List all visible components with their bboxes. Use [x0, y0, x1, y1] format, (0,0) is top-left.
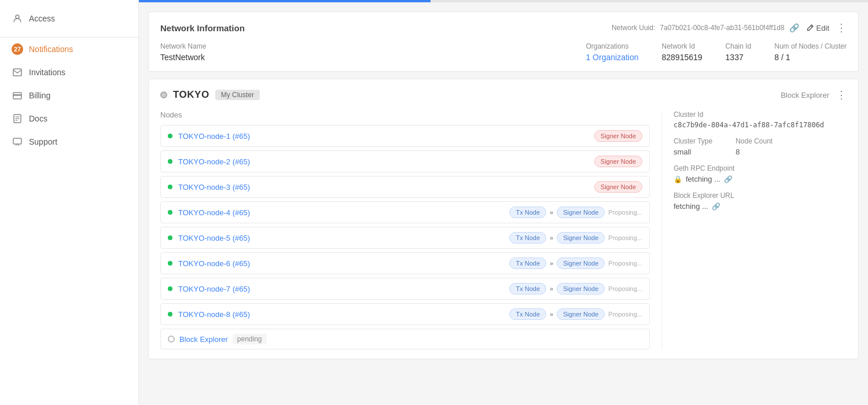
- geth-rpc-row: 🔒 fetching ... 🔗: [674, 175, 847, 183]
- num-nodes-value: 8 / 1: [774, 53, 847, 62]
- progress-bar: [139, 0, 431, 2]
- progress-bar-container: [139, 0, 868, 2]
- signer-node-tag: Signer Node: [594, 181, 642, 193]
- network-uuid-area: Network Uuid: 7a07b021-00c8-4fe7-ab31-56…: [612, 23, 799, 32]
- network-uuid-label: Network Uuid:: [612, 24, 655, 32]
- sidebar-notifications-label: Notifications: [29, 45, 73, 54]
- signer-node-tag: Signer Node: [557, 232, 605, 244]
- svg-rect-1: [13, 69, 21, 76]
- node-tags: Signer Node: [594, 130, 642, 142]
- main-content: Network Information Network Uuid: 7a07b0…: [139, 0, 868, 405]
- node-status-dot: [168, 210, 172, 215]
- geth-rpc-value: fetching ...: [686, 175, 720, 183]
- cluster-name: TOKYO: [173, 89, 209, 101]
- cluster-id-value: c8c7b9de-804a-47d1-af88-7afc8f17806d: [674, 121, 847, 129]
- network-id-label: Network Id: [662, 42, 703, 50]
- meta-chain-id: Chain Id 1337: [726, 42, 752, 62]
- node-name[interactable]: TOKYO-node-7 (#65): [178, 285, 271, 293]
- cluster-info-section: Cluster Id c8c7b9de-804a-47d1-af88-7afc8…: [661, 111, 847, 349]
- document-icon: [12, 113, 23, 124]
- cluster-type-label: Cluster Type: [674, 137, 712, 145]
- meta-num-nodes: Num of Nodes / Cluster 8 / 1: [774, 42, 847, 62]
- node-status-dot: [168, 134, 172, 138]
- organizations-value[interactable]: 1 Organization: [586, 53, 638, 62]
- sidebar-item-notifications[interactable]: 27 Notifications: [0, 38, 138, 61]
- node-count-label: Node Count: [735, 137, 773, 145]
- credit-card-icon: [12, 90, 23, 101]
- node-name[interactable]: TOKYO-node-3 (#65): [178, 183, 271, 192]
- sidebar-item-docs[interactable]: Docs: [0, 107, 138, 130]
- node-name[interactable]: TOKYO-node-4 (#65): [178, 208, 271, 217]
- network-info-card: Network Information Network Uuid: 7a07b0…: [148, 12, 859, 72]
- block-explorer-row: Block Explorer pending: [160, 329, 650, 349]
- node-status-dot: [168, 261, 172, 266]
- chain-id-label: Chain Id: [726, 42, 752, 50]
- sidebar-billing-label: Billing: [29, 91, 50, 100]
- meta-network-id: Network Id 828915619: [662, 42, 703, 62]
- node-name[interactable]: TOKYO-node-8 (#65): [178, 310, 271, 319]
- block-explorer-url-copy-icon[interactable]: 🔗: [712, 203, 720, 211]
- signer-node-tag: Signer Node: [557, 308, 605, 320]
- node-name[interactable]: TOKYO-node-5 (#65): [178, 234, 271, 242]
- node-count-block: Node Count 8: [735, 137, 773, 156]
- node-tags: Tx Node»Signer NodeProposing...: [509, 207, 642, 218]
- proposing-tag: Proposing...: [608, 311, 642, 318]
- proposing-tag: Proposing...: [608, 285, 642, 292]
- signer-node-tag: Signer Node: [594, 130, 642, 142]
- edit-icon: [806, 24, 814, 32]
- block-explorer-button[interactable]: Block Explorer: [781, 91, 829, 100]
- node-name[interactable]: TOKYO-node-2 (#65): [178, 157, 271, 166]
- more-button[interactable]: ⋮: [836, 21, 847, 34]
- proposing-tag: Proposing...: [608, 209, 642, 216]
- svg-line-9: [811, 26, 812, 28]
- my-cluster-badge: My Cluster: [215, 90, 260, 100]
- node-tags: Tx Node»Signer NodeProposing...: [509, 257, 642, 269]
- sidebar-docs-label: Docs: [29, 114, 47, 123]
- nodes-label: Nodes: [160, 111, 650, 119]
- node-name[interactable]: TOKYO-node-6 (#65): [178, 259, 271, 268]
- signer-node-tag: Signer Node: [557, 283, 605, 294]
- network-id-value: 828915619: [662, 53, 703, 62]
- node-status-dot: [168, 235, 172, 240]
- sidebar-item-access[interactable]: Access: [0, 7, 138, 30]
- tag-arrow-icon: »: [550, 234, 553, 241]
- uuid-link-icon[interactable]: 🔗: [789, 23, 799, 32]
- node-tags: Signer Node: [594, 181, 642, 193]
- cluster-status-dot: [160, 91, 167, 98]
- tx-node-tag: Tx Node: [509, 283, 546, 294]
- tx-node-tag: Tx Node: [509, 308, 546, 320]
- signer-node-tag: Signer Node: [594, 156, 642, 167]
- node-row: TOKYO-node-6 (#65)Tx Node»Signer NodePro…: [160, 252, 650, 274]
- tx-node-tag: Tx Node: [509, 257, 546, 269]
- cluster-actions: Block Explorer ⋮: [781, 89, 847, 101]
- node-row: TOKYO-node-8 (#65)Tx Node»Signer NodePro…: [160, 303, 650, 325]
- chain-id-value: 1337: [726, 53, 752, 62]
- block-explorer-row-label[interactable]: Block Explorer: [179, 335, 228, 344]
- geth-rpc-label: Geth RPC Endpoint: [674, 164, 847, 172]
- tag-arrow-icon: »: [550, 209, 553, 216]
- organizations-label: Organizations: [586, 42, 638, 50]
- sidebar-item-support[interactable]: Support: [0, 130, 138, 153]
- sidebar-item-invitations[interactable]: Invitations: [0, 61, 138, 84]
- signer-node-tag: Signer Node: [557, 257, 605, 269]
- edit-label: Edit: [816, 24, 829, 32]
- network-info-actions: Network Uuid: 7a07b021-00c8-4fe7-ab31-56…: [612, 21, 847, 34]
- sidebar-item-billing[interactable]: Billing: [0, 84, 138, 107]
- sidebar-support-label: Support: [29, 137, 57, 146]
- node-row: TOKYO-node-3 (#65)Signer Node: [160, 176, 650, 198]
- node-status-dot: [168, 159, 172, 164]
- node-tags: Signer Node: [594, 156, 642, 167]
- node-name[interactable]: TOKYO-node-1 (#65): [178, 132, 271, 141]
- edit-button[interactable]: Edit: [806, 24, 829, 32]
- geth-rpc-copy-icon[interactable]: 🔗: [724, 175, 733, 183]
- tx-node-tag: Tx Node: [509, 207, 546, 218]
- node-row: TOKYO-node-4 (#65)Tx Node»Signer NodePro…: [160, 201, 650, 223]
- cluster-body: Nodes TOKYO-node-1 (#65)Signer NodeTOKYO…: [160, 111, 847, 349]
- svg-rect-3: [13, 94, 21, 96]
- lock-icon: 🔒: [674, 175, 682, 183]
- cluster-more-button[interactable]: ⋮: [836, 89, 847, 101]
- bell-icon: 27: [12, 43, 23, 55]
- network-uuid-value: 7a07b021-00c8-4fe7-ab31-561b0f4ff1d8: [660, 24, 784, 32]
- node-row: TOKYO-node-7 (#65)Tx Node»Signer NodePro…: [160, 278, 650, 300]
- block-explorer-url-label: Block Explorer URL: [674, 192, 847, 200]
